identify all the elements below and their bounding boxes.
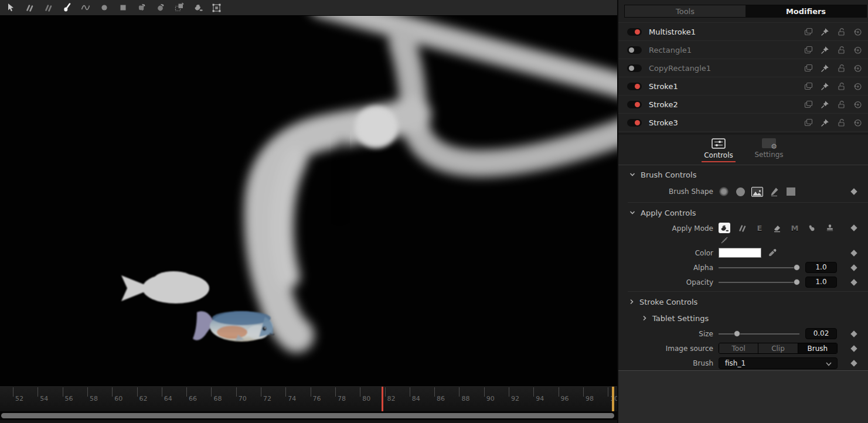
pin-icon[interactable] bbox=[821, 118, 829, 127]
ruler-tick-label: 86 bbox=[437, 395, 445, 402]
copy-icon[interactable] bbox=[804, 46, 813, 54]
image-source-brush-button[interactable]: Brush bbox=[798, 343, 837, 353]
image-brush-icon-selected[interactable] bbox=[751, 187, 763, 197]
enable-toggle[interactable] bbox=[627, 101, 642, 108]
brush-select-dropdown[interactable]: fish_1 bbox=[719, 357, 838, 369]
size-value[interactable]: 0.02 bbox=[805, 328, 837, 339]
image-source-tool-button[interactable]: Tool bbox=[719, 343, 758, 353]
clone-ellipse-tool-button[interactable] bbox=[154, 2, 166, 14]
opacity-slider[interactable] bbox=[719, 279, 799, 286]
tab-tools[interactable]: Tools bbox=[625, 5, 746, 17]
paint-brush-tool-button[interactable] bbox=[60, 2, 73, 14]
ruler-tick bbox=[360, 387, 360, 397]
copy-rectangle-tool-button[interactable] bbox=[173, 2, 185, 14]
modifier-row-rectangle1[interactable]: Rectangle1 bbox=[618, 41, 868, 59]
scrollbar-thumb[interactable] bbox=[1, 413, 614, 418]
multistroke-tool-button[interactable] bbox=[23, 2, 35, 14]
tab-settings[interactable]: ⚙ Settings bbox=[751, 134, 787, 165]
timeline-scrollbar[interactable] bbox=[0, 411, 617, 420]
pin-icon[interactable] bbox=[821, 46, 829, 54]
keyframe-diamond[interactable] bbox=[850, 224, 857, 231]
select-tool-button[interactable] bbox=[4, 2, 16, 14]
keyframe-diamond[interactable] bbox=[850, 279, 857, 285]
pin-icon[interactable] bbox=[821, 82, 829, 91]
history-icon[interactable] bbox=[853, 46, 862, 54]
history-icon[interactable] bbox=[853, 100, 862, 109]
copy-icon[interactable] bbox=[804, 28, 813, 36]
section-stroke-controls[interactable]: Stroke Controls bbox=[618, 294, 868, 310]
paint-fill-tool-button[interactable] bbox=[192, 2, 204, 14]
keyframe-diamond[interactable] bbox=[850, 330, 857, 337]
emboss-mode-icon[interactable]: E bbox=[754, 223, 765, 233]
color-swatch[interactable] bbox=[719, 248, 761, 258]
section-apply-controls[interactable]: Apply Controls bbox=[618, 204, 868, 221]
stamp-mode-icon[interactable] bbox=[824, 223, 836, 233]
copy-icon[interactable] bbox=[804, 64, 813, 73]
lock-icon[interactable] bbox=[837, 46, 846, 54]
history-icon[interactable] bbox=[853, 64, 862, 73]
smear-mode-icon[interactable] bbox=[806, 223, 818, 233]
slider-knob[interactable] bbox=[734, 330, 740, 337]
keyframe-diamond[interactable] bbox=[850, 264, 857, 271]
keyframe-diamond[interactable] bbox=[850, 188, 857, 195]
keyframe-diamond[interactable] bbox=[850, 250, 857, 256]
polyline-stroke-tool-button[interactable] bbox=[79, 2, 91, 14]
enable-toggle[interactable] bbox=[627, 28, 642, 36]
pin-icon[interactable] bbox=[821, 28, 829, 36]
timeline-ruler[interactable]: 5254565860626466687072747678808284868890… bbox=[0, 386, 617, 411]
keyframe-diamond[interactable] bbox=[850, 345, 857, 352]
enable-toggle[interactable] bbox=[627, 119, 642, 127]
section-brush-controls[interactable]: Brush Controls bbox=[618, 166, 868, 183]
multistroke-polyline-tool-button[interactable] bbox=[42, 2, 54, 14]
copy-icon[interactable] bbox=[804, 100, 813, 109]
clone-polygon-tool-button[interactable] bbox=[135, 2, 148, 14]
lock-icon[interactable] bbox=[837, 64, 846, 73]
tab-modifiers[interactable]: Modifiers bbox=[746, 5, 866, 17]
slider-knob[interactable] bbox=[794, 279, 800, 285]
enable-toggle[interactable] bbox=[627, 46, 642, 54]
keyframe-diamond[interactable] bbox=[850, 360, 857, 366]
modifier-row-stroke3[interactable]: Stroke3 bbox=[618, 114, 868, 132]
lock-icon[interactable] bbox=[837, 118, 846, 127]
soft-circle-brush-icon[interactable] bbox=[719, 186, 729, 197]
eyedropper-icon[interactable] bbox=[767, 248, 777, 258]
pin-icon[interactable] bbox=[821, 100, 829, 109]
lock-icon[interactable] bbox=[837, 28, 846, 36]
square-brush-icon[interactable] bbox=[785, 186, 796, 197]
history-icon[interactable] bbox=[853, 118, 862, 127]
range-end-marker[interactable] bbox=[612, 387, 614, 411]
rectangle-tool-button[interactable] bbox=[117, 2, 129, 14]
enable-toggle[interactable] bbox=[627, 64, 642, 72]
history-icon[interactable] bbox=[853, 28, 862, 36]
modifier-row-multistroke1[interactable]: Multistroke1 bbox=[618, 23, 868, 41]
opacity-value[interactable]: 1.0 bbox=[805, 277, 837, 288]
playhead-marker[interactable] bbox=[382, 387, 383, 411]
hard-circle-brush-icon[interactable] bbox=[735, 186, 746, 197]
size-slider[interactable] bbox=[719, 330, 799, 337]
modifier-row-stroke1[interactable]: Stroke1 bbox=[618, 77, 868, 95]
copy-icon[interactable] bbox=[804, 82, 813, 91]
modifier-row-stroke2[interactable]: Stroke2 bbox=[618, 95, 868, 114]
circle-tool-button[interactable] bbox=[98, 2, 110, 14]
slider-knob[interactable] bbox=[794, 264, 800, 271]
enable-toggle[interactable] bbox=[627, 83, 642, 90]
multistroke-mode-icon[interactable] bbox=[736, 223, 748, 233]
lock-icon[interactable] bbox=[837, 100, 846, 109]
erase-mode-icon[interactable] bbox=[771, 223, 783, 233]
image-source-clip-button[interactable]: Clip bbox=[758, 343, 798, 353]
viewport-canvas[interactable] bbox=[0, 16, 617, 386]
section-tablet-settings[interactable]: Tablet Settings bbox=[618, 310, 868, 326]
transform-tool-button[interactable] bbox=[210, 2, 223, 14]
pin-icon[interactable] bbox=[821, 64, 829, 73]
paint-mode-icon-selected[interactable] bbox=[719, 223, 730, 233]
merge-mode-icon[interactable]: M bbox=[789, 223, 801, 233]
tab-controls[interactable]: Controls bbox=[700, 134, 737, 165]
lock-icon[interactable] bbox=[837, 82, 846, 91]
alpha-value[interactable]: 1.0 bbox=[805, 262, 837, 273]
alpha-slider[interactable] bbox=[719, 264, 799, 271]
copy-icon[interactable] bbox=[804, 118, 813, 127]
modifier-row-copyrectangle1[interactable]: CopyRectangle1 bbox=[618, 59, 868, 77]
pencil-brush-icon[interactable] bbox=[769, 186, 780, 197]
history-icon[interactable] bbox=[853, 82, 862, 91]
wire-removal-mode-icon[interactable] bbox=[719, 235, 730, 245]
